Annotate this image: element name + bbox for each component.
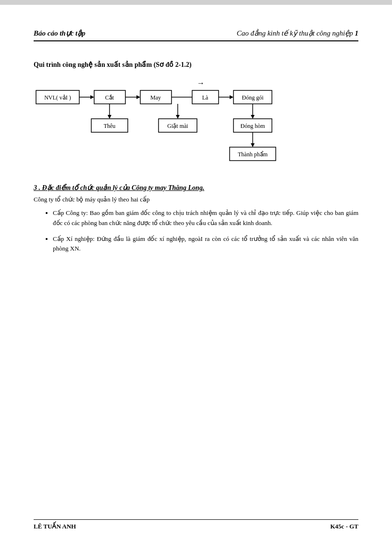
section-3-title: 3 . Đặc điểm tổ chức quản lý của Công ty… [34, 184, 358, 192]
cat-label: Cắt [105, 94, 114, 101]
thanh-pham-label: Thành phẩm [238, 151, 268, 158]
section-3-intro: Công ty tổ chức bộ máy quản lý theo hai … [34, 196, 358, 203]
arrowhead-cat-may [136, 95, 140, 99]
page-footer: LÊ TUẤN ANH K45c - GT [34, 519, 358, 530]
arrowhead-down-cat [108, 115, 111, 119]
page: Báo cáo thực tập Cao đẳng kinh tế kỹ thu… [0, 5, 392, 540]
footer-class: K45c - GT [331, 523, 359, 530]
section-3: 3 . Đặc điểm tổ chức quản lý của Công ty… [34, 184, 358, 254]
header-left-title: Báo cáo thực tập [34, 29, 86, 38]
footer-author: LÊ TUẤN ANH [34, 523, 76, 530]
header-right-plain: Cao đẳng kinh tế kỹ thuật công nghiệp [237, 29, 355, 37]
header-right-bold: 1 [355, 29, 359, 37]
arrowhead-down-donggoi [251, 115, 255, 119]
page-header: Báo cáo thực tập Cao đẳng kinh tế kỹ thu… [34, 29, 358, 41]
theu-label: Thêu [104, 123, 116, 129]
may-label: May [150, 94, 161, 101]
la-label: Là [202, 94, 208, 101]
arrowhead-la-donggoi [230, 95, 233, 99]
list-item: Cấp Xí nghiệp: Đứng đầu là giám đốc xí n… [53, 234, 358, 254]
giat-mai-label: Giặt mài [167, 123, 188, 129]
arrowhead-down-donghom [251, 143, 255, 147]
section-title: Qui trình công nghệ sản xuất sản phẩm (S… [34, 61, 358, 69]
list-item: Cấp Công ty: Bao gồm ban giám đốc công t… [53, 208, 358, 228]
nvl-label: NVL( vảI ) [44, 94, 71, 101]
top-arrow-icon: → [197, 79, 205, 87]
arrowhead-down-may [176, 115, 180, 119]
process-diagram: → NVL( vảI ) Cắt May Là [34, 78, 358, 174]
bullet-list: Cấp Công ty: Bao gồm ban giám đốc công t… [34, 208, 358, 254]
dong-goi-label: Đóng gói [242, 94, 264, 101]
dong-hom-label: Đóng hòm [241, 123, 266, 129]
header-right-title: Cao đẳng kinh tế kỹ thuật công nghiệp 1 [237, 29, 358, 38]
arrowhead-nvl-cat [90, 95, 94, 99]
